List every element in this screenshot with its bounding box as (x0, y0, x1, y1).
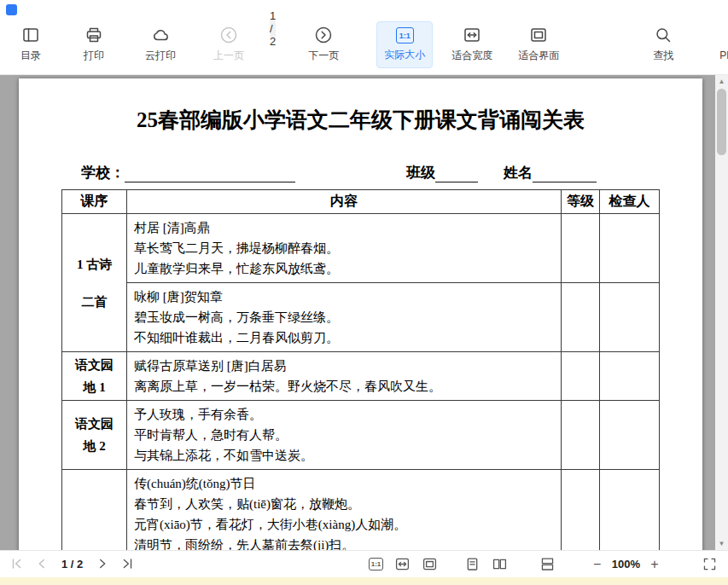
fit-screen-label: 适合界面 (518, 49, 559, 63)
row-label: 语文园 地 1 (62, 352, 127, 401)
actual-size-button[interactable]: 1:1 实际大小 (376, 21, 433, 68)
next-page-button[interactable]: 下一页 (301, 20, 346, 68)
document-page: 25春部编版小学语文二年级下册课文背诵闯关表 学校： 班级 姓名 课序 内容 等… (19, 78, 702, 550)
cloud-icon (151, 26, 170, 44)
table-header-row: 课序 内容 等级 检查人 (62, 190, 660, 214)
grade-cell (562, 214, 600, 283)
fit-width-button[interactable]: 适合宽度 (445, 20, 499, 68)
app-logo-icon (6, 4, 17, 15)
name-label: 姓名 (504, 163, 533, 182)
scroll-down-icon[interactable]: ▼ (715, 537, 728, 550)
row-label (62, 470, 127, 551)
statusbar-page-indicator: 1 / 2 (61, 558, 83, 571)
fit-width-icon (463, 26, 481, 44)
school-label: 学校： (81, 163, 125, 182)
name-blank-line (533, 169, 597, 182)
row-label: 1 古诗 二首 (62, 214, 127, 352)
grade-cell (562, 401, 600, 470)
printer-icon (84, 26, 103, 44)
row-content: 传(chuán)统(tǒng)节日 春节到，人欢笑，贴(tiē)窗花，放鞭炮。 … (127, 470, 562, 551)
scrollbar-thumb[interactable] (717, 89, 726, 155)
checker-cell (600, 470, 660, 551)
page-number-input[interactable]: 1 / 2 (270, 18, 276, 38)
fit-width-label: 适合宽度 (451, 49, 492, 63)
zoom-in-button[interactable]: + (647, 557, 662, 572)
table-row: 语文园 地 2 予人玫瑰，手有余香。 平时肯帮人，急时有人帮。 与其锦上添花，不… (62, 401, 660, 470)
next-page-icon (314, 26, 333, 44)
two-page-view-icon[interactable] (492, 556, 508, 572)
search-icon (654, 26, 673, 44)
zoom-level: 100% (612, 558, 640, 571)
header-content: 内容 (127, 190, 562, 214)
grade-cell (562, 470, 600, 551)
recitation-table: 课序 内容 等级 检查人 1 古诗 二首 村居 [清]高鼎 草长莺飞二月天，拂堤… (61, 189, 660, 550)
document-title: 25春部编版小学语文二年级下册课文背诵闯关表 (19, 106, 702, 134)
checker-cell (600, 401, 660, 470)
toc-label: 目录 (20, 49, 41, 63)
row-content: 村居 [清]高鼎 草长莺飞二月天，拂堤杨柳醉春烟。 儿童散学归来早，忙趁东风放纸… (127, 214, 562, 283)
school-blank-line (125, 169, 295, 182)
toc-icon (21, 26, 40, 44)
last-page-icon[interactable] (119, 555, 136, 572)
pdf-to-word-label: PDF转Word (719, 49, 728, 63)
statusbar-zoom-controls: − 100% + (590, 551, 718, 577)
header-checker: 检查人 (600, 190, 660, 214)
prev-page-label: 上一页 (213, 49, 244, 63)
prev-page-nav-icon[interactable] (33, 555, 50, 572)
row-content: 赋得古原草送别 [唐]白居易 离离原上草，一岁一枯荣。野火烧不尽，春风吹又生。 (127, 352, 562, 401)
fit-screen-button[interactable]: 适合界面 (511, 20, 566, 68)
vertical-scrollbar[interactable]: ▲ ▼ (715, 75, 728, 550)
header-grade: 等级 (562, 190, 600, 214)
viewer-area: 25春部编版小学语文二年级下册课文背诵闯关表 学校： 班级 姓名 课序 内容 等… (0, 75, 728, 550)
prev-page-icon (219, 26, 238, 44)
find-label: 查找 (653, 49, 673, 63)
table-row: 1 古诗 二首 村居 [清]高鼎 草长莺飞二月天，拂堤杨柳醉春烟。 儿童散学归来… (62, 214, 660, 283)
find-button[interactable]: 查找 (646, 20, 680, 68)
continuous-view-icon[interactable] (539, 556, 556, 572)
checker-cell (600, 214, 660, 283)
cloud-print-label: 云打印 (145, 49, 176, 63)
status-bar: 1 / 2 1:1 − 100% + (0, 550, 728, 576)
form-line: 学校： 班级 姓名 (81, 162, 702, 182)
header-lesson: 课序 (62, 190, 127, 214)
actual-size-mode-icon[interactable]: 1:1 (369, 558, 383, 571)
zoom-out-button[interactable]: − (590, 557, 605, 572)
fit-screen-icon (529, 26, 548, 44)
first-page-icon[interactable] (9, 555, 26, 572)
grade-cell (562, 352, 600, 401)
cloud-print-button[interactable]: 云打印 (138, 20, 183, 68)
table-row: 语文园 地 1 赋得古原草送别 [唐]白居易 离离原上草，一岁一枯荣。野火烧不尽… (62, 352, 660, 401)
prev-page-button[interactable]: 上一页 (207, 20, 251, 68)
class-label: 班级 (406, 163, 435, 182)
next-page-label: 下一页 (308, 49, 339, 63)
toolbar: 目录 打印 云打印 上一页 1 / 2 下一页 1:1 实际大小 适合宽度 (0, 0, 728, 75)
row-content: 咏柳 [唐]贺知章 碧玉妆成一树高，万条垂下绿丝绦。 不知细叶谁裁出，二月春风似… (127, 283, 562, 352)
class-blank-line (435, 169, 478, 182)
fit-width-mode-icon[interactable] (394, 556, 411, 572)
row-label: 语文园 地 2 (62, 401, 127, 470)
statusbar-view-modes: 1:1 (369, 551, 556, 577)
pdf-to-word-button[interactable]: PDF转Word (713, 20, 728, 68)
fullscreen-icon[interactable] (702, 556, 718, 572)
toc-button[interactable]: 目录 (14, 20, 48, 68)
window-bottom-strip (0, 577, 728, 585)
checker-cell (600, 283, 660, 352)
grade-cell (562, 283, 600, 352)
actual-size-label: 实际大小 (384, 48, 425, 62)
table-row: 传(chuán)统(tǒng)节日 春节到，人欢笑，贴(tiē)窗花，放鞭炮。 … (62, 470, 660, 551)
next-page-nav-icon[interactable] (94, 555, 111, 572)
single-page-view-icon[interactable] (464, 556, 480, 572)
actual-size-icon: 1:1 (396, 27, 414, 43)
print-button[interactable]: 打印 (77, 20, 111, 68)
fit-page-mode-icon[interactable] (422, 556, 438, 572)
scroll-up-icon[interactable]: ▲ (715, 75, 728, 88)
statusbar-page-nav: 1 / 2 (9, 555, 136, 572)
row-content: 予人玫瑰，手有余香。 平时肯帮人，急时有人帮。 与其锦上添花，不如雪中送炭。 (127, 401, 562, 470)
print-label: 打印 (84, 49, 104, 63)
table-row: 咏柳 [唐]贺知章 碧玉妆成一树高，万条垂下绿丝绦。 不知细叶谁裁出，二月春风似… (62, 283, 660, 352)
checker-cell (600, 352, 660, 401)
